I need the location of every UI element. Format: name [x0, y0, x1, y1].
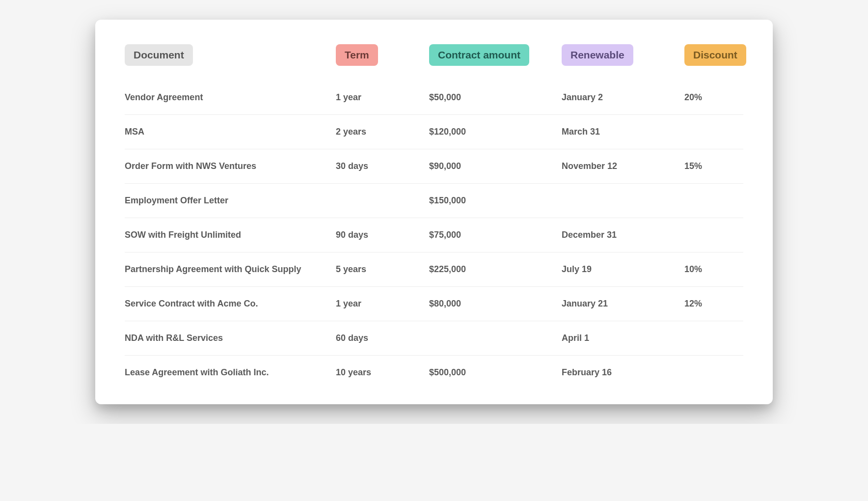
cell-term: 60 days	[336, 333, 429, 343]
cell-term: 1 year	[336, 92, 429, 103]
cell-renewable: July 19	[562, 264, 684, 275]
cell-discount: 12%	[684, 299, 748, 309]
cell-renewable: February 16	[562, 367, 684, 378]
cell-contract_amount: $80,000	[429, 299, 562, 309]
cell-term: 90 days	[336, 230, 429, 240]
table-row: Service Contract with Acme Co.1 year$80,…	[125, 286, 743, 321]
cell-term: 5 years	[336, 264, 429, 275]
cell-document: Vendor Agreement	[125, 92, 336, 103]
cell-contract_amount: $50,000	[429, 92, 562, 103]
table-header-row: Document Term Contract amount Renewable …	[125, 44, 743, 81]
cell-contract_amount: $120,000	[429, 127, 562, 137]
table-row: NDA with R&L Services60 daysApril 1	[125, 321, 743, 355]
table-row: Employment Offer Letter$150,000	[125, 183, 743, 218]
cell-discount: 10%	[684, 264, 748, 275]
header-renewable-pill: Renewable	[562, 44, 633, 66]
header-discount-pill: Discount	[684, 44, 746, 66]
cell-document: SOW with Freight Unlimited	[125, 230, 336, 240]
cell-term: 10 years	[336, 367, 429, 378]
cell-term: 2 years	[336, 127, 429, 137]
cell-document: Partnership Agreement with Quick Supply	[125, 264, 336, 275]
document-table-card: Document Term Contract amount Renewable …	[95, 20, 773, 404]
cell-contract_amount: $75,000	[429, 230, 562, 240]
table-row: SOW with Freight Unlimited90 days$75,000…	[125, 218, 743, 252]
table-body: Vendor Agreement1 year$50,000January 220…	[125, 81, 743, 390]
header-contract-pill: Contract amount	[429, 44, 529, 66]
header-document-pill: Document	[125, 44, 193, 66]
cell-document: Lease Agreement with Goliath Inc.	[125, 367, 336, 378]
cell-term: 1 year	[336, 299, 429, 309]
cell-document: NDA with R&L Services	[125, 333, 336, 343]
table-row: Vendor Agreement1 year$50,000January 220…	[125, 81, 743, 114]
table-row: Lease Agreement with Goliath Inc.10 year…	[125, 355, 743, 390]
cell-contract_amount: $150,000	[429, 195, 562, 206]
header-term-pill: Term	[336, 44, 378, 66]
cell-renewable: March 31	[562, 127, 684, 137]
cell-contract_amount: $500,000	[429, 367, 562, 378]
cell-renewable: April 1	[562, 333, 684, 343]
cell-document: MSA	[125, 127, 336, 137]
table-row: Order Form with NWS Ventures30 days$90,0…	[125, 149, 743, 183]
header-contract-amount: Contract amount	[429, 44, 562, 66]
cell-document: Service Contract with Acme Co.	[125, 299, 336, 309]
header-term: Term	[336, 44, 429, 66]
cell-contract_amount: $225,000	[429, 264, 562, 275]
cell-document: Employment Offer Letter	[125, 195, 336, 206]
cell-document: Order Form with NWS Ventures	[125, 161, 336, 171]
cell-renewable: January 2	[562, 92, 684, 103]
cell-renewable: December 31	[562, 230, 684, 240]
cell-renewable: January 21	[562, 299, 684, 309]
table-row: Partnership Agreement with Quick Supply5…	[125, 252, 743, 286]
cell-renewable: November 12	[562, 161, 684, 171]
cell-discount: 15%	[684, 161, 748, 171]
table-row: MSA2 years$120,000March 31	[125, 114, 743, 149]
cell-discount: 20%	[684, 92, 748, 103]
header-renewable: Renewable	[562, 44, 684, 66]
cell-contract_amount: $90,000	[429, 161, 562, 171]
header-document: Document	[125, 44, 336, 66]
cell-term: 30 days	[336, 161, 429, 171]
header-discount: Discount	[684, 44, 748, 66]
